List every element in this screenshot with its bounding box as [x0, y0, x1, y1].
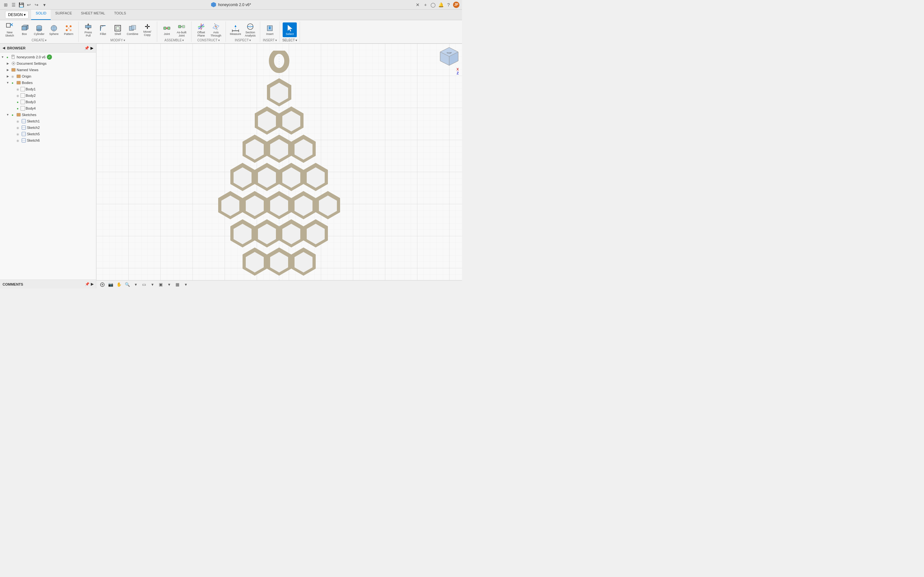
grid-menu-icon[interactable]: ⊞: [3, 2, 9, 8]
undo-icon[interactable]: ↩: [26, 2, 32, 8]
construct-group-label[interactable]: CONSTRUCT ▾: [197, 39, 220, 42]
tree-body4[interactable]: ▶ ● Body4: [0, 105, 96, 111]
sketch5-eye[interactable]: ◉: [15, 132, 20, 136]
create-sphere-label: Sphere: [49, 33, 58, 36]
sketch1-eye[interactable]: ◉: [15, 119, 20, 123]
grid-icon[interactable]: ▦: [174, 281, 181, 288]
display-dropdown-icon[interactable]: ▾: [149, 281, 156, 288]
inspect-measure-btn[interactable]: Measure: [228, 23, 242, 37]
notification-icon[interactable]: 🔔: [438, 2, 444, 8]
modify-combine-btn[interactable]: Combine: [126, 23, 140, 37]
zoom-dropdown-icon[interactable]: ▾: [132, 281, 139, 288]
insert-btn[interactable]: Insert: [263, 23, 277, 37]
display-mode-icon[interactable]: ▭: [141, 281, 148, 288]
tab-surface[interactable]: SURFACE: [51, 10, 76, 20]
close-icon[interactable]: ✕: [415, 2, 421, 8]
select-group-label[interactable]: SELECT ▾: [282, 39, 297, 42]
zoom-icon[interactable]: 🔍: [124, 281, 131, 288]
sketch1-label: Sketch1: [27, 119, 40, 123]
tab-solid[interactable]: SOLID: [31, 10, 51, 20]
create-sphere-btn[interactable]: Sphere: [47, 23, 61, 37]
root-expand[interactable]: ▼: [0, 55, 5, 60]
grid-dropdown-icon[interactable]: ▾: [182, 281, 189, 288]
create-pattern-btn[interactable]: Pattern: [61, 23, 76, 37]
app-menu-icon[interactable]: ☰: [10, 2, 17, 8]
circle-icon[interactable]: ◯: [430, 2, 436, 8]
origin-eye[interactable]: ◉: [10, 74, 15, 79]
body2-label: Body2: [26, 93, 36, 97]
doc-settings-expand[interactable]: ▶: [5, 61, 10, 66]
sketches-expand[interactable]: ▼: [5, 112, 10, 117]
create-sketch-btn[interactable]: NewSketch: [3, 23, 17, 37]
pan-icon[interactable]: ✋: [115, 281, 123, 288]
tab-sheet-metal[interactable]: SHEET METAL: [76, 10, 110, 20]
insert-group-label[interactable]: INSERT ▾: [263, 39, 277, 42]
browser-expand-icon[interactable]: ▶: [90, 46, 94, 50]
ribbon: DESIGN ▾ SOLID SURFACE SHEET METAL TOOLS…: [0, 10, 462, 44]
tree-body2[interactable]: ▶ ◉ Body2: [0, 92, 96, 99]
sketch6-eye[interactable]: ◉: [15, 138, 20, 143]
modify-move-btn[interactable]: ✛ Move/Copy: [140, 23, 154, 37]
tree-sketches[interactable]: ▼ ● Sketches: [0, 111, 96, 118]
root-eye[interactable]: ●: [5, 55, 10, 59]
body1-eye[interactable]: ◉: [15, 87, 20, 91]
capture-icon[interactable]: 📷: [107, 281, 114, 288]
snap-icon[interactable]: [99, 281, 106, 288]
comments-expand-icon[interactable]: ▶: [91, 282, 94, 286]
user-avatar[interactable]: JP: [453, 2, 459, 8]
tree-bodies[interactable]: ▼ ● Bodies: [0, 79, 96, 86]
sketch2-eye[interactable]: ◉: [15, 125, 20, 130]
tree-body1[interactable]: ▶ ◉ Body1: [0, 86, 96, 92]
tree-sketch6[interactable]: ▶ ◉ Sketch6: [0, 137, 96, 143]
modify-press-pull-btn[interactable]: PressPull: [81, 23, 95, 37]
comments-pin-icon[interactable]: 📌: [85, 282, 89, 286]
visual-dropdown-icon[interactable]: ▾: [166, 281, 173, 288]
body2-eye[interactable]: ◉: [15, 93, 20, 98]
tree-named-views[interactable]: ▶ Named Views: [0, 67, 96, 73]
construct-plane-btn[interactable]: OffsetPlane: [194, 23, 208, 37]
browser-collapse-icon[interactable]: ◀: [3, 46, 5, 50]
assemble-joint-btn[interactable]: Joint: [160, 23, 174, 37]
help-icon[interactable]: ?: [445, 2, 452, 8]
visual-style-icon[interactable]: ▣: [157, 281, 164, 288]
design-dropdown[interactable]: DESIGN ▾: [5, 11, 29, 19]
redo-icon[interactable]: ↪: [33, 2, 40, 8]
create-box-btn[interactable]: Box: [17, 23, 31, 37]
body3-eye[interactable]: ●: [15, 100, 20, 104]
tree-doc-settings[interactable]: ▶ Document Settings: [0, 60, 96, 67]
browser-pin-icon[interactable]: 📌: [84, 46, 89, 50]
body4-eye[interactable]: ●: [15, 106, 20, 111]
assemble-group-label[interactable]: ASSEMBLE ▾: [165, 39, 184, 42]
tree-sketch5[interactable]: ▶ ◉ Sketch5: [0, 131, 96, 137]
root-status: ✓: [47, 55, 52, 60]
select-btn[interactable]: Select: [283, 23, 297, 37]
tree-body3[interactable]: ▶ ● Body3: [0, 99, 96, 105]
create-cylinder-btn[interactable]: Cylinder: [32, 23, 46, 37]
more-icon[interactable]: ▾: [41, 2, 47, 8]
new-tab-icon[interactable]: +: [422, 2, 429, 8]
bodies-expand[interactable]: ▼: [5, 80, 10, 85]
tree-sketch1[interactable]: ▶ ◉ Sketch1: [0, 118, 96, 124]
named-views-expand[interactable]: ▶: [5, 67, 10, 73]
title-bar-left: ⊞ ☰ 💾 ↩ ↪ ▾: [3, 2, 47, 8]
construct-axis-btn[interactable]: AxisThrough: [209, 23, 223, 37]
create-group-label[interactable]: CREATE ▾: [32, 39, 47, 42]
tree-root[interactable]: ▼ ● honeycomb 2.0 v6 ✓: [0, 54, 96, 60]
tab-tools[interactable]: TOOLS: [110, 10, 131, 20]
origin-expand[interactable]: ▶: [5, 74, 10, 79]
svg-rect-26: [164, 27, 166, 29]
modify-shell-btn[interactable]: Shell: [111, 23, 125, 37]
viewport[interactable]: .hc { fill: #b8ad93; } .hc-hole { fill: …: [96, 44, 462, 288]
inspect-section-btn[interactable]: SectionAnalysis: [243, 23, 257, 37]
svg-rect-0: [6, 23, 10, 27]
tree-sketch2[interactable]: ▶ ◉ Sketch2: [0, 124, 96, 131]
modify-fillet-btn[interactable]: Fillet: [96, 23, 110, 37]
tree-origin[interactable]: ▶ ◉ Origin: [0, 73, 96, 79]
inspect-group-label[interactable]: INSPECT ▾: [235, 39, 251, 42]
sketches-eye[interactable]: ●: [10, 113, 15, 117]
save-icon[interactable]: 💾: [18, 2, 24, 8]
cube-3d[interactable]: TOP: [439, 47, 459, 66]
assemble-asbuilt-btn[interactable]: As-builtJoint: [174, 23, 189, 37]
bodies-eye[interactable]: ●: [10, 81, 15, 85]
modify-group-label[interactable]: MODIFY ▾: [110, 39, 125, 42]
